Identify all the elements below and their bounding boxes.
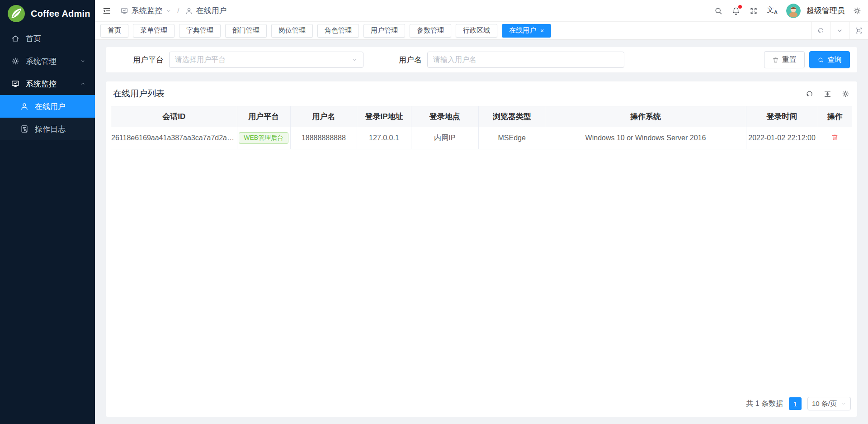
sidebar-item-label: 首页	[26, 33, 86, 44]
cell-os: Windows 10 or Windows Server 2016	[545, 127, 746, 149]
close-icon[interactable]: ×	[540, 28, 544, 34]
maximize-view-button[interactable]	[849, 22, 868, 39]
reset-button[interactable]: 重置	[764, 51, 805, 68]
monitor-icon	[120, 7, 128, 15]
cell-username: 18888888888	[290, 127, 357, 149]
sidebar-item-operation-logs[interactable]: 操作日志	[0, 118, 95, 140]
sidebar-submenu: 在线用户 操作日志	[0, 95, 95, 140]
logo-leaf-icon	[7, 5, 25, 23]
online-users-table: 会话ID 用户平台 用户名 登录IP地址 登录地点 浏览器类型 操作系统 登录时…	[106, 106, 857, 149]
sidebar-item-system-management[interactable]: 系统管理	[0, 50, 95, 72]
sidebar-item-home[interactable]: 首页	[0, 27, 95, 50]
tab-post-management[interactable]: 岗位管理	[271, 24, 313, 38]
cell-login-location: 内网IP	[411, 127, 478, 149]
refresh-icon[interactable]	[805, 90, 814, 98]
page-button-1[interactable]: 1	[789, 397, 802, 410]
page-size-value: 10 条/页	[812, 400, 837, 408]
tab-role-management[interactable]: 角色管理	[317, 24, 359, 38]
platform-label: 用户平台	[133, 55, 164, 65]
user-name[interactable]: 超级管理员	[807, 5, 845, 16]
sidebar-item-label: 系统管理	[26, 56, 74, 67]
col-platform: 用户平台	[237, 106, 290, 127]
col-login-ip: 登录IP地址	[357, 106, 411, 127]
col-os: 操作系统	[545, 106, 746, 127]
search-icon[interactable]	[714, 6, 723, 15]
breadcrumb-section[interactable]: 系统监控	[120, 5, 172, 16]
cell-login-time: 2022-01-02 22:12:00	[746, 127, 818, 149]
gear-icon	[11, 57, 20, 66]
tab-online-users[interactable]: 在线用户 ×	[502, 24, 551, 38]
cell-session-id: 26118e6169aa41a387aa3ca7a7d2a6be	[111, 127, 237, 149]
delete-session-button[interactable]	[831, 133, 839, 141]
trash-icon	[772, 57, 779, 63]
query-button[interactable]: 查询	[809, 51, 850, 68]
tab-menu-management[interactable]: 菜单管理	[133, 24, 175, 38]
platform-select-placeholder: 请选择用户平台	[175, 55, 351, 65]
tabs-menu-button[interactable]	[830, 22, 849, 39]
top-header: 系统监控 / 在线用户	[95, 0, 868, 22]
chevron-down-icon	[841, 401, 846, 406]
user-icon	[20, 102, 29, 111]
content-area: 用户平台 请选择用户平台 用户名 重置	[95, 40, 868, 424]
app-root: Coffee Admin 首页 系统管理	[0, 0, 868, 424]
chevron-down-icon	[80, 58, 86, 64]
spacer	[106, 149, 857, 397]
user-icon	[185, 7, 193, 15]
menu-fold-icon[interactable]	[102, 6, 111, 15]
query-button-label: 查询	[827, 55, 842, 65]
row-height-icon[interactable]	[823, 90, 832, 98]
tabs: 首页 菜单管理 字典管理 部门管理 岗位管理 角色管理 用户管理 参数管理 行政…	[100, 24, 551, 38]
col-actions: 操作	[818, 106, 852, 127]
cell-actions	[818, 127, 852, 149]
card-title: 在线用户列表	[113, 88, 165, 100]
col-login-time: 登录时间	[746, 106, 818, 127]
gear-icon[interactable]	[841, 90, 850, 98]
logo[interactable]: Coffee Admin	[0, 0, 95, 27]
breadcrumb-section-label: 系统监控	[132, 5, 162, 16]
fullscreen-icon[interactable]	[749, 6, 758, 15]
table-row: 26118e6169aa41a387aa3ca7a7d2a6be WEB管理后台…	[111, 127, 852, 149]
card-tools	[805, 90, 850, 98]
cell-platform: WEB管理后台	[237, 127, 290, 149]
tab-dept-management[interactable]: 部门管理	[225, 24, 267, 38]
page-size-select[interactable]: 10 条/页	[807, 397, 851, 410]
tabbar-tools	[811, 22, 868, 39]
tab-user-management[interactable]: 用户管理	[363, 24, 405, 38]
breadcrumb-page-label: 在线用户	[196, 5, 227, 16]
username-input[interactable]	[427, 52, 624, 68]
tab-dict-management[interactable]: 字典管理	[179, 24, 221, 38]
col-session-id: 会话ID	[111, 106, 237, 127]
col-browser: 浏览器类型	[478, 106, 545, 127]
breadcrumb-page[interactable]: 在线用户	[185, 5, 227, 16]
platform-select[interactable]: 请选择用户平台	[169, 52, 363, 68]
tab-param-management[interactable]: 参数管理	[410, 24, 451, 38]
sidebar: Coffee Admin 首页 系统管理	[0, 0, 95, 424]
pagination-total: 共 1 条数据	[746, 399, 783, 409]
sidebar-item-label: 操作日志	[35, 124, 86, 134]
translate-icon[interactable]: 文A	[767, 6, 778, 15]
maximize-icon	[855, 27, 863, 34]
sidebar-item-online-users[interactable]: 在线用户	[0, 95, 95, 118]
tab-label: 在线用户	[509, 26, 536, 35]
sidebar-menu: 首页 系统管理 系统监控	[0, 27, 95, 140]
platform-tag: WEB管理后台	[239, 132, 288, 144]
gear-icon[interactable]	[853, 6, 862, 15]
chevron-down-icon	[165, 8, 172, 14]
sidebar-item-label: 在线用户	[35, 101, 86, 112]
sidebar-item-label: 系统监控	[26, 79, 74, 89]
chevron-down-icon	[836, 27, 844, 34]
notifications-button[interactable]	[731, 6, 741, 15]
table-header-row: 会话ID 用户平台 用户名 登录IP地址 登录地点 浏览器类型 操作系统 登录时…	[111, 106, 852, 127]
search-icon	[817, 57, 824, 63]
col-username: 用户名	[290, 106, 357, 127]
filter-card: 用户平台 请选择用户平台 用户名 重置	[106, 47, 857, 72]
breadcrumb: 系统监控 / 在线用户	[120, 5, 227, 16]
refresh-tabs-button[interactable]	[811, 22, 830, 39]
avatar[interactable]	[786, 4, 801, 18]
tab-admin-region[interactable]: 行政区域	[456, 24, 497, 38]
chevron-up-icon	[80, 81, 86, 87]
avatar-image	[786, 4, 801, 18]
tab-home[interactable]: 首页	[100, 24, 128, 38]
username-label: 用户名	[399, 55, 422, 65]
sidebar-item-system-monitor[interactable]: 系统监控	[0, 72, 95, 95]
